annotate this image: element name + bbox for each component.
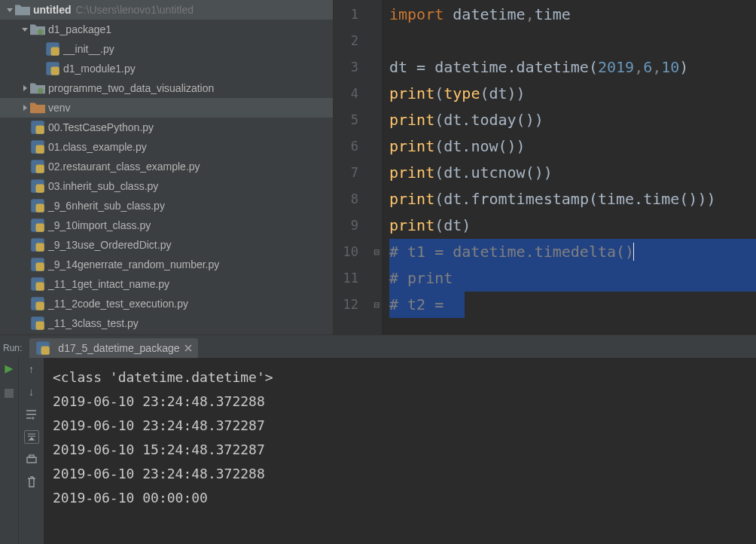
tree-item[interactable]: venv: [0, 98, 333, 118]
fold-marker[interactable]: ⊟: [371, 248, 382, 256]
python-file-icon: [30, 257, 45, 272]
python-file-icon: [30, 316, 45, 331]
stop-button[interactable]: [2, 387, 16, 400]
run-side-secondary: ↑ ↓: [18, 358, 44, 544]
print-icon[interactable]: [25, 453, 38, 466]
tree-item[interactable]: programme_two_data_visualization: [0, 78, 333, 98]
code-line[interactable]: dt = datetime.datetime(2019,6,10): [382, 54, 756, 81]
python-file-icon: [30, 296, 45, 311]
run-tab[interactable]: d17_5_datetime_package: [29, 338, 197, 358]
svg-rect-30: [5, 389, 14, 398]
code-line[interactable]: import datetime,time: [382, 2, 756, 28]
fold-marker[interactable]: ⊟: [371, 301, 382, 309]
svg-rect-19: [36, 243, 44, 252]
line-number: 3: [334, 54, 370, 81]
tree-item[interactable]: d1_package1: [0, 20, 333, 39]
tree-item[interactable]: 03.inherit_sub_class.py: [0, 176, 333, 196]
code-line[interactable]: print(type(dt)): [382, 81, 756, 107]
tree-item[interactable]: _11_1get_intact_name.py: [0, 274, 333, 294]
line-number: 6: [334, 133, 370, 160]
code-area[interactable]: import datetime,timedt = datetime.dateti…: [382, 0, 756, 335]
down-icon[interactable]: ↓: [25, 385, 38, 399]
svg-point-0: [38, 29, 44, 35]
tree-item[interactable]: __init__.py: [0, 39, 333, 59]
tree-item-label: 03.inherit_sub_class.py: [48, 176, 158, 196]
code-line[interactable]: print(dt): [382, 212, 756, 239]
project-path: C:\Users\lenovo1\untitled: [76, 0, 194, 20]
python-file-icon: [30, 237, 45, 252]
soft-wrap-icon[interactable]: [25, 408, 38, 421]
svg-rect-31: [27, 457, 36, 463]
python-file-icon: [45, 41, 60, 57]
tree-item[interactable]: _9_6nherit_sub_class.py: [0, 196, 333, 215]
tree-item[interactable]: 00.TestCasePython.py: [0, 118, 333, 137]
python-file-icon: [45, 61, 60, 76]
tree-item-label: _11_1get_intact_name.py: [48, 274, 169, 294]
svg-rect-9: [36, 145, 44, 154]
console-output[interactable]: <class 'datetime.datetime'>2019-06-10 23…: [44, 358, 756, 544]
code-line[interactable]: print(dt.now()): [382, 133, 756, 160]
package-icon: [30, 23, 45, 36]
project-tree[interactable]: untitled C:\Users\lenovo1\untitledd1_pac…: [0, 0, 333, 335]
svg-rect-32: [29, 455, 34, 457]
folder-icon: [30, 101, 45, 115]
line-number: 8: [334, 186, 370, 212]
tree-item-label: _9_10import_class.py: [48, 215, 151, 235]
project-name: untitled: [33, 0, 72, 20]
python-file-icon: [30, 198, 45, 213]
tree-item[interactable]: _9_14generrate_random_number.py: [0, 255, 333, 274]
package-icon: [30, 81, 45, 95]
console-line: 2019-06-10 23:24:48.372288: [53, 462, 747, 486]
up-icon[interactable]: ↑: [25, 362, 38, 376]
code-line[interactable]: print(dt.utcnow()): [382, 160, 756, 186]
code-editor[interactable]: 123456789101112 ⊟⊟ import datetime,timed…: [333, 0, 756, 335]
svg-rect-17: [36, 224, 44, 232]
console-line: 2019-06-10 15:24:48.372287: [53, 438, 747, 462]
python-file-icon: [30, 120, 45, 135]
line-number: 2: [334, 28, 370, 54]
trash-icon[interactable]: [25, 475, 38, 489]
python-file-icon: [30, 277, 45, 292]
tree-item[interactable]: untitled C:\Users\lenovo1\untitled: [0, 0, 333, 20]
tree-item[interactable]: 02.restaurant_class_example.py: [0, 157, 333, 176]
run-side-primary: [0, 358, 18, 544]
tree-item-label: d1_package1: [48, 20, 111, 39]
line-number: 1: [334, 2, 370, 28]
tree-item-label: 01.class_example.py: [48, 137, 147, 157]
code-line[interactable]: print(dt.fromtimestamp(time.time())): [382, 186, 756, 212]
tree-item[interactable]: d1_module1.py: [0, 59, 333, 78]
rerun-button[interactable]: [2, 362, 16, 376]
code-line[interactable]: print(dt.today()): [382, 107, 756, 133]
chevron-right-icon[interactable]: [20, 105, 30, 111]
tree-item[interactable]: 01.class_example.py: [0, 137, 333, 157]
close-icon[interactable]: [184, 342, 192, 354]
text-caret: [633, 243, 634, 261]
tree-item[interactable]: _11_2code_test_execution.py: [0, 294, 333, 313]
line-number: 12: [334, 292, 370, 318]
line-number: 11: [334, 265, 370, 292]
svg-rect-23: [36, 283, 44, 291]
tree-item-label: _9_13use_OrderedDict.py: [48, 235, 171, 255]
svg-rect-11: [36, 165, 44, 173]
tree-item-label: _9_6nherit_sub_class.py: [48, 196, 165, 215]
tree-item-label: 02.restaurant_class_example.py: [48, 157, 200, 176]
tree-item-label: venv: [48, 98, 71, 118]
tree-item[interactable]: _9_10import_class.py: [0, 215, 333, 235]
console-line: <class 'datetime.datetime'>: [53, 365, 747, 390]
tree-item[interactable]: _11_3class_test.py: [0, 313, 333, 333]
console-line: 2019-06-10 23:24:48.372287: [53, 414, 747, 438]
chevron-right-icon[interactable]: [20, 85, 30, 91]
tree-item-label: _9_14generrate_random_number.py: [48, 255, 219, 274]
console-line: 2019-06-10 00:00:00: [53, 486, 747, 510]
tree-item[interactable]: _9_13use_OrderedDict.py: [0, 235, 333, 255]
code-line[interactable]: [382, 28, 756, 54]
scroll-end-icon[interactable]: [24, 430, 39, 444]
fold-column[interactable]: ⊟⊟: [371, 0, 382, 335]
svg-rect-25: [36, 302, 44, 310]
tree-item-label: 00.TestCasePython.py: [48, 118, 154, 137]
svg-rect-21: [36, 263, 44, 271]
chevron-down-icon[interactable]: [5, 7, 15, 13]
chevron-down-icon[interactable]: [20, 26, 30, 32]
python-icon: [35, 341, 50, 356]
tree-item-label: _11_2code_test_execution.py: [48, 294, 188, 313]
